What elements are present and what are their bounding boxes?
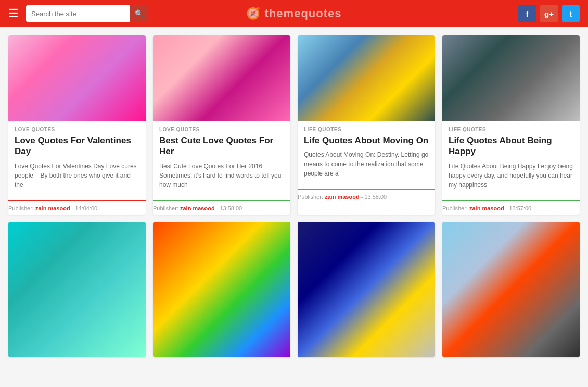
card-excerpt: Life Quotes About Being Happy I enjoy be… [449,161,573,190]
card-body: LIFE QUOTES Life Quotes About Being Happ… [442,121,580,200]
card-image [442,222,580,357]
search-input[interactable] [26,5,130,22]
card-category: LOVE QUOTES [159,127,284,132]
card-excerpt: Quotes About Moving On: Destiny. Letting… [304,150,429,178]
card-image [153,35,290,121]
publisher-link[interactable]: zain masood [469,205,504,211]
card-footer: Publisher: zain masood - 14:04:00 [8,200,146,215]
card-excerpt: Best Cute Love Quotes For Her 2016 Somet… [159,161,284,190]
card-category: LOVE QUOTES [15,127,139,132]
publish-time: 13:57:00 [509,205,531,211]
card-body: LOVE QUOTES Love Quotes For Valentines D… [8,121,146,200]
google-plus-button[interactable]: g+ [540,5,558,22]
publisher-link[interactable]: zain masood [35,205,70,211]
card-body: LOVE QUOTES Best Cute Love Quotes For He… [153,121,290,200]
publish-time: 13:58:00 [364,194,387,200]
card-excerpt: Love Quotes For Valentines Day Love cure… [15,161,139,190]
card-title: Life Quotes About Being Happy [449,135,573,157]
card-cute-love-quotes-her[interactable]: LOVE QUOTES Best Cute Love Quotes For He… [153,35,290,215]
site-logo: 🧭 themequotes [246,7,341,20]
search-button[interactable]: 🔍 [130,5,148,22]
publisher-link[interactable]: zain masood [180,205,215,211]
card-life-quotes-being-happy[interactable]: LIFE QUOTES Life Quotes About Being Happ… [442,35,580,215]
search-bar: 🔍 [26,5,148,22]
card-ocean[interactable] [8,222,146,357]
social-icons: f g+ t [518,5,580,22]
card-title: Life Quotes About Moving On [304,135,429,146]
card-image [8,222,146,357]
card-footer: Publisher: zain masood - 13:58:00 [153,200,290,215]
card-title: Best Cute Love Quotes For Her [159,135,284,157]
publish-time: 14:04:00 [75,205,97,211]
twitter-button[interactable]: t [562,5,580,22]
card-category: LIFE QUOTES [449,127,573,132]
card-image [8,35,146,121]
card-title: Love Quotes For Valentines Day [15,135,139,157]
card-london-bus[interactable] [442,222,580,357]
card-night-city[interactable] [298,222,435,357]
card-body: LIFE QUOTES Life Quotes About Moving On … [298,121,435,189]
card-image [298,35,435,121]
hamburger-menu-icon[interactable]: ☰ [8,7,19,20]
facebook-button[interactable]: f [518,5,536,22]
card-love-quotes-valentines[interactable]: LOVE QUOTES Love Quotes For Valentines D… [8,35,146,215]
card-image [442,35,580,121]
card-image [153,222,290,357]
card-image [298,222,435,357]
card-category: LIFE QUOTES [304,127,429,132]
card-life-quotes-moving-on[interactable]: LIFE QUOTES Life Quotes About Moving On … [298,35,435,215]
card-colorful-balloons[interactable] [153,222,290,357]
main-content: LOVE QUOTES Love Quotes For Valentines D… [0,27,588,366]
card-footer: Publisher: zain masood - 13:58:00 [298,189,435,203]
card-footer: Publisher: zain masood - 13:57:00 [442,200,580,215]
publish-time: 13:58:00 [220,205,242,211]
header: ☰ 🔍 🧭 themequotes f g+ t [0,0,588,27]
publisher-link[interactable]: zain masood [325,194,360,200]
